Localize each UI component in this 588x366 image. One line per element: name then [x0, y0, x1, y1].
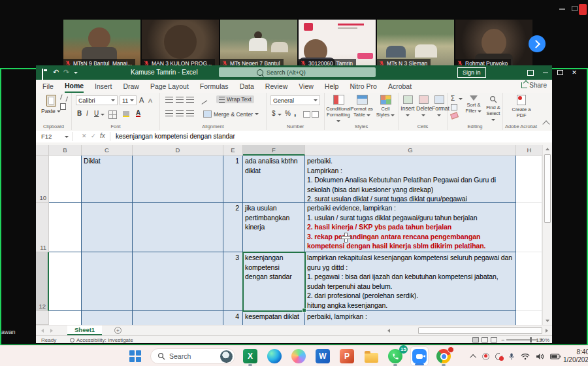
column-header-c[interactable]: C [82, 145, 133, 156]
name-box-dropdown-icon[interactable] [65, 136, 69, 138]
participant-tile[interactable]: MTsN 9 Bantul_Manaj... [63, 20, 140, 68]
cell-d13[interactable] [133, 311, 223, 325]
cell-b13[interactable] [49, 311, 82, 325]
cell-e13[interactable]: 4 [223, 311, 243, 325]
cell-h13[interactable] [516, 311, 542, 325]
taskbar-chrome[interactable] [434, 346, 453, 366]
vertical-scroll-thumb[interactable] [544, 154, 551, 223]
taskbar-zoom-active[interactable] [410, 346, 429, 366]
zoom-slider[interactable] [506, 339, 538, 341]
tab-help[interactable]: Help [325, 80, 339, 92]
cell-g10[interactable]: perbaiki.Lampirkan :1. Dokumen Analisa K… [305, 156, 516, 203]
column-header-h[interactable]: H [516, 145, 542, 156]
borders-icon[interactable] [108, 110, 117, 119]
participant-tile[interactable]: Rohmat Purwoko [455, 20, 532, 68]
add-sheet-icon[interactable]: + [114, 327, 122, 334]
conditional-formatting-button[interactable]: Conditional Formatting [326, 95, 351, 124]
copy-icon[interactable] [60, 103, 66, 110]
select-all-corner[interactable] [36, 145, 49, 156]
align-middle-icon[interactable] [176, 97, 184, 103]
cell-e12[interactable]: 3 [223, 252, 243, 311]
scroll-up-icon[interactable] [546, 148, 549, 150]
participant-tile[interactable]: MTs Negeri 7 Bantul [220, 20, 297, 68]
accessibility-status[interactable]: Accessibility: Investigate [76, 337, 133, 343]
row-header-11[interactable]: 11 [36, 203, 49, 252]
column-header-b[interactable]: B [49, 145, 82, 156]
align-top-icon[interactable] [165, 97, 173, 103]
row-header-13[interactable] [36, 311, 49, 325]
hscroll-left-icon[interactable] [387, 329, 390, 333]
normal-view-icon[interactable] [472, 337, 479, 342]
cell-c10[interactable]: Diklat [82, 156, 133, 203]
tab-acrobat[interactable]: Acrobat [388, 80, 412, 92]
tab-view[interactable]: View [299, 80, 314, 92]
autosum-dropdown-icon[interactable] [459, 98, 463, 100]
update-tray-icon[interactable] [495, 353, 502, 360]
font-color-icon[interactable]: A [136, 110, 140, 117]
align-left-icon[interactable] [165, 110, 173, 116]
cell-h11[interactable] [516, 203, 542, 252]
cell-f10[interactable]: ada analisa kbthn diklat [243, 156, 305, 203]
tab-page-layout[interactable]: Page Layout [150, 80, 189, 92]
number-format-select[interactable]: General [270, 95, 320, 105]
zoom-slider-thumb[interactable] [530, 337, 532, 342]
participant-tile[interactable]: MTs N 3 Sleman [377, 20, 454, 68]
decrease-decimal-icon[interactable] [312, 111, 319, 118]
zoom-percentage[interactable]: 130% [536, 337, 549, 343]
clear-icon[interactable] [450, 112, 459, 119]
taskbar-edge[interactable] [265, 346, 284, 366]
taskbar-search[interactable]: Search [150, 348, 235, 364]
align-bottom-icon[interactable] [186, 97, 194, 103]
insert-cells-button[interactable]: Insert [400, 95, 415, 118]
cell-f12-selected[interactable]: kesenjangan kompetensi dengan standar [243, 252, 305, 311]
align-right-icon[interactable] [186, 110, 194, 116]
cell-d10[interactable] [133, 156, 223, 203]
cell-b11[interactable] [49, 203, 82, 252]
percent-style-icon[interactable]: % [285, 110, 291, 117]
autosum-icon[interactable]: Σ [451, 95, 455, 102]
taskbar-powerpoint[interactable]: P [338, 346, 356, 366]
tab-data[interactable]: Data [240, 80, 254, 92]
grow-font-icon[interactable]: A [139, 96, 144, 104]
create-pdf-button[interactable]: Create a PDF [508, 95, 534, 118]
cut-icon[interactable] [60, 95, 68, 102]
page-break-view-icon[interactable] [491, 337, 497, 342]
fill-down-icon[interactable] [451, 104, 457, 110]
sheet-tab-sheet1[interactable]: Sheet1 [67, 325, 102, 335]
bold-icon[interactable]: B [77, 110, 82, 117]
ribbon-display-options-icon[interactable] [523, 65, 538, 80]
column-header-e[interactable]: E [223, 145, 243, 156]
page-layout-view-icon[interactable] [482, 337, 488, 342]
participant-tile[interactable]: MAN 3 KULON PROG... [142, 20, 219, 68]
sheet-prev-icon[interactable] [41, 329, 44, 333]
recorder-tray-icon[interactable] [482, 353, 489, 360]
row-header-12[interactable]: 12 [36, 252, 49, 311]
cell-e11[interactable]: 2 [223, 203, 243, 252]
cell-styles-button[interactable]: Cell Styles [374, 95, 397, 118]
cell-c13[interactable] [82, 311, 133, 325]
format-as-table-button[interactable]: Format as Table [351, 95, 373, 118]
cancel-icon[interactable]: ✕ [82, 133, 87, 139]
undo-icon[interactable]: ↶ [53, 68, 59, 76]
tab-insert[interactable]: Insert [95, 80, 112, 92]
cell-g11[interactable]: perbaiki evidence, lampirkan :1. usulan … [305, 203, 516, 252]
wifi-icon[interactable] [521, 353, 530, 360]
cell-g13[interactable]: perbaiki, lampirkan : [305, 311, 516, 325]
underline-dropdown-icon[interactable] [101, 114, 105, 116]
fill-color-icon[interactable] [123, 111, 129, 117]
font-name-select[interactable]: Calibri [76, 95, 118, 105]
cell-f13[interactable]: kesempatan diklat [243, 311, 305, 325]
clock[interactable]: 8:40 1/20/2025 [563, 348, 588, 364]
taskbar-copilot[interactable] [289, 346, 308, 366]
taskbar-excel[interactable]: X [241, 346, 259, 366]
participant-tile-active-speaker[interactable]: 30120060_Tamrin [299, 20, 376, 68]
cell-d11[interactable] [133, 203, 223, 252]
insert-function-icon[interactable]: fx [100, 132, 105, 139]
hscroll-end-icon[interactable] [546, 329, 548, 333]
cell-h12[interactable] [516, 252, 542, 311]
horizontal-scroll-thumb[interactable] [418, 327, 542, 334]
sort-filter-button[interactable]: Sort & Filter [465, 95, 483, 114]
cell-b12[interactable] [49, 252, 82, 311]
tray-expand-icon[interactable] [470, 354, 476, 360]
tab-formulas[interactable]: Formulas [200, 80, 229, 92]
